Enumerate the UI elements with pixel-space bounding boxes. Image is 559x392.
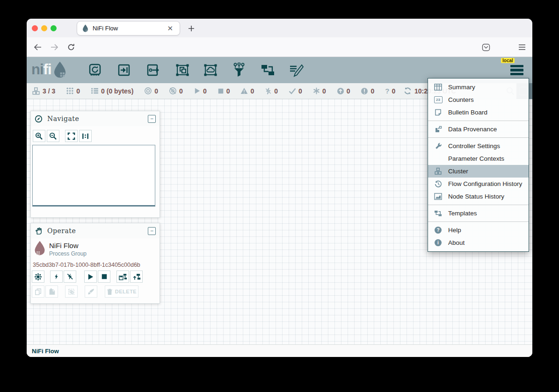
remote-process-group-component[interactable] — [201, 62, 220, 78]
template-component[interactable] — [258, 62, 277, 78]
up-to-date-icon — [289, 88, 296, 94]
invalid-icon — [240, 87, 248, 94]
menu-item-bulletin-board[interactable]: Bulletin Board — [428, 106, 529, 119]
upload-template-button[interactable] — [130, 271, 143, 283]
browser-navbar: 192.168.40.11:8080/nifi/ local — [27, 37, 532, 57]
menu-item-data-provenance[interactable]: Data Provenance — [428, 123, 529, 135]
controller-settings-icon — [434, 143, 443, 150]
navigate-panel: Navigate − — [30, 111, 160, 218]
operate-panel-header[interactable]: Operate − — [31, 223, 160, 238]
disable-button[interactable] — [64, 271, 76, 283]
logo-text-fi: fi — [44, 61, 51, 78]
stopped-icon — [218, 88, 224, 94]
configuration-button[interactable] — [32, 271, 44, 283]
tab-close-icon[interactable]: ✕ — [165, 24, 175, 33]
start-button[interactable] — [84, 271, 97, 283]
operate-collapse-button[interactable]: − — [148, 227, 156, 235]
save-template-button[interactable] — [116, 271, 129, 283]
queued-icon — [91, 87, 99, 95]
menu-item-help[interactable]: ? Help — [428, 224, 529, 236]
close-window-button[interactable] — [32, 25, 38, 31]
cluster-icon — [434, 167, 443, 175]
menu-item-counters[interactable]: 23 Counters — [428, 93, 529, 106]
status-stopped: 0 — [218, 87, 230, 95]
enable-button[interactable] — [50, 271, 63, 283]
bulletin-board-icon — [434, 109, 443, 116]
group-button[interactable] — [65, 285, 78, 298]
delete-button-label: DELETE — [115, 289, 137, 294]
browser-menu-icon[interactable] — [516, 42, 528, 53]
data-provenance-icon — [434, 126, 443, 133]
funnel-component[interactable] — [230, 62, 248, 78]
menu-item-flow-configuration-history[interactable]: Flow Configuration History — [428, 178, 529, 190]
birdseye-minimap[interactable] — [32, 145, 155, 207]
flow-configuration-history-icon — [434, 180, 443, 188]
navigate-collapse-button[interactable]: − — [148, 115, 156, 123]
fill-color-button[interactable] — [85, 285, 97, 298]
paste-button[interactable] — [45, 285, 58, 298]
desktop-background: NiFi Flow ✕ — [0, 0, 559, 392]
global-menu-button[interactable] — [510, 63, 524, 77]
status-transmitting: 0 — [144, 87, 158, 95]
threads-grid-icon — [66, 87, 74, 95]
menu-item-controller-settings[interactable]: Controller Settings — [428, 140, 529, 152]
stop-button[interactable] — [98, 271, 110, 283]
operate-panel: Operate − NiFi Flow Process Group 35cbd3… — [30, 223, 160, 304]
menu-item-about[interactable]: i About — [428, 236, 529, 249]
nifi-drop-logo-icon — [52, 61, 67, 78]
maximize-window-button[interactable] — [51, 25, 57, 31]
status-queued: 0 (0 bytes) — [91, 87, 133, 95]
navigate-panel-title: Navigate — [47, 115, 79, 122]
status-invalid: 0 — [240, 87, 254, 95]
menu-item-parameter-contexts[interactable]: Parameter Contexts — [428, 152, 529, 165]
status-stale: 0 — [337, 87, 350, 95]
new-tab-button[interactable] — [186, 23, 197, 34]
menu-separator — [428, 221, 529, 222]
pocket-icon[interactable] — [480, 42, 492, 53]
status-sync-failure: ? 0 — [385, 87, 395, 95]
stale-icon — [337, 87, 344, 95]
reload-button[interactable] — [65, 42, 77, 53]
label-component[interactable] — [287, 62, 305, 78]
zoom-fit-button[interactable] — [65, 130, 78, 142]
selected-flow-id: 35cbd3b7-017b-1000-8bff-1c3405c00d6b — [33, 262, 140, 268]
not-transmitting-icon — [169, 87, 177, 95]
copy-button[interactable] — [32, 285, 44, 298]
tab-title: NiFi Flow — [93, 25, 165, 32]
node-status-history-icon — [434, 193, 443, 200]
breadcrumb[interactable]: NiFi Flow — [32, 348, 59, 355]
global-menu: Summary 23 Counters Bulletin Board Data … — [428, 78, 529, 252]
browser-window: NiFi Flow ✕ — [27, 19, 532, 357]
templates-icon — [434, 210, 443, 217]
browser-tab[interactable]: NiFi Flow ✕ — [77, 21, 180, 36]
back-button[interactable] — [32, 42, 43, 53]
zoom-out-button[interactable] — [47, 130, 59, 142]
selected-flow-type: Process Group — [49, 250, 87, 257]
compass-icon — [35, 115, 43, 123]
nifi-logo: nifi — [31, 61, 67, 78]
navigate-panel-header[interactable]: Navigate − — [31, 111, 160, 126]
breadcrumb-bar: NiFi Flow — [27, 344, 532, 357]
status-cluster: 3 / 3 — [32, 87, 55, 95]
browser-tab-strip: NiFi Flow ✕ — [27, 19, 532, 37]
local-badge: local — [501, 58, 515, 63]
menu-item-node-status-history[interactable]: Node Status History — [428, 190, 529, 203]
menu-item-summary[interactable]: Summary — [428, 81, 529, 93]
process-group-component[interactable] — [173, 62, 192, 78]
sync-failure-icon: ? — [385, 87, 389, 95]
delete-button[interactable]: DELETE — [105, 285, 138, 298]
zoom-actual-size-button[interactable] — [79, 130, 92, 142]
menu-separator — [428, 205, 529, 205]
menu-item-cluster[interactable]: Cluster — [428, 165, 529, 178]
disabled-icon — [265, 87, 272, 95]
minimize-window-button[interactable] — [41, 25, 47, 31]
refresh-icon[interactable] — [404, 87, 412, 95]
locally-modified-stale-icon — [361, 87, 368, 95]
processor-component[interactable] — [86, 62, 104, 78]
output-port-component[interactable] — [144, 62, 163, 78]
input-port-component[interactable] — [115, 62, 133, 78]
forward-button[interactable] — [49, 42, 60, 53]
zoom-in-button[interactable] — [33, 130, 45, 142]
menu-item-templates[interactable]: Templates — [428, 207, 529, 220]
locally-modified-icon — [313, 87, 320, 94]
